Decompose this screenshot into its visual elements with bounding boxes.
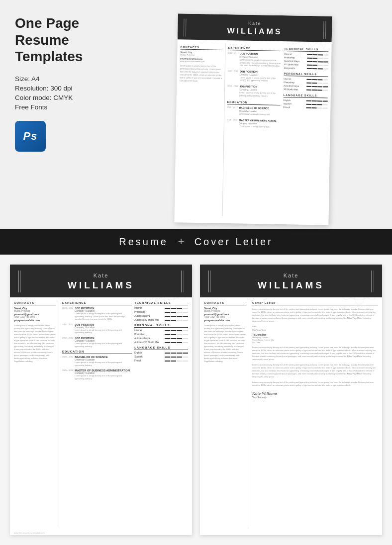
signature: Kate Williams: [252, 391, 378, 396]
bottom-resume-card: Kate WILLIAMS CONTACTS Street, City city…: [10, 265, 192, 535]
card1-first-name: Kate: [10, 272, 192, 278]
header-line-3: [323, 21, 324, 39]
card1-footer-url: www.free-resume-cv-template.com: [14, 532, 45, 534]
meta-size: Size: A4: [15, 75, 119, 83]
top-right-preview: Kate WILLIAMS CONTACTS Street, City city…: [124, 15, 382, 219]
card1-exp-edu: EXPERIENCE 2008 – 2012 JOB POSITION Comp…: [62, 301, 132, 380]
meta-color: Color mode: CMYK: [15, 94, 119, 101]
top-left-info: One Page Resume Templates Size: A4 Resol…: [15, 15, 124, 219]
divider-plus: +: [178, 235, 185, 248]
card2-first-name: Kate: [200, 272, 382, 278]
card2-contacts: CONTACTS Street, City cityzip, Province …: [204, 301, 249, 528]
header-lines-br2: [371, 271, 374, 292]
header-lines-bl: [18, 271, 21, 292]
divider-resume: Resume: [119, 236, 168, 248]
bottom-cover-card: Kate WILLIAMS CONTACTS Street, City city…: [200, 265, 382, 535]
card2-last-name: WILLIAMS: [200, 280, 382, 291]
card2-cover-letter: Cover Letter Lorem ipsum is simply dummy…: [249, 301, 378, 528]
resume-header: Kate WILLIAMS: [178, 13, 332, 42]
card1-last-name: WILLIAMS: [10, 280, 192, 291]
contacts-section: CONTACTS: [180, 45, 222, 50]
card1-main: EXPERIENCE 2008 – 2012 JOB POSITION Comp…: [59, 301, 188, 528]
page-title: One Page Resume Templates: [15, 15, 119, 65]
resume-preview-card: Kate WILLIAMS CONTACTS Street, City city…: [174, 13, 332, 225]
divider-cover: Cover Letter: [195, 236, 273, 248]
card1-contacts: CONTACTS Street, City cityzip, Province …: [14, 301, 59, 528]
sincerely: Your Sincerely: [252, 396, 378, 399]
photoshop-badge: Ps: [15, 121, 46, 152]
meta-fonts: Free Fonts: [15, 103, 119, 111]
card2-body: CONTACTS Street, City cityzip, Province …: [200, 297, 382, 532]
resume-last-name: WILLIAMS: [178, 25, 332, 37]
bottom-card1-header: Kate WILLIAMS: [10, 265, 192, 297]
meta-info: Size: A4 Resolution: 300 dpi Color mode:…: [15, 75, 119, 111]
header-lines-left: [184, 19, 187, 37]
meta-resolution: Resolution: 300 dpi: [15, 85, 119, 92]
header-lines-bl2: [208, 271, 211, 292]
bottom-card2-header: Kate WILLIAMS: [200, 265, 382, 297]
header-lines-right: [323, 21, 326, 39]
top-section: One Page Resume Templates Size: A4 Resol…: [0, 0, 392, 229]
ps-label: Ps: [23, 130, 38, 143]
header-line-1: [184, 19, 185, 37]
divider-bar: Resume + Cover Letter: [0, 229, 392, 255]
bottom-section: Kate WILLIAMS CONTACTS Street, City city…: [0, 255, 392, 545]
card1-body: CONTACTS Street, City cityzip, Province …: [10, 297, 192, 532]
header-lines-br: [181, 271, 184, 292]
resume-left-col: CONTACTS Street, City cityzip, Province …: [178, 42, 225, 216]
